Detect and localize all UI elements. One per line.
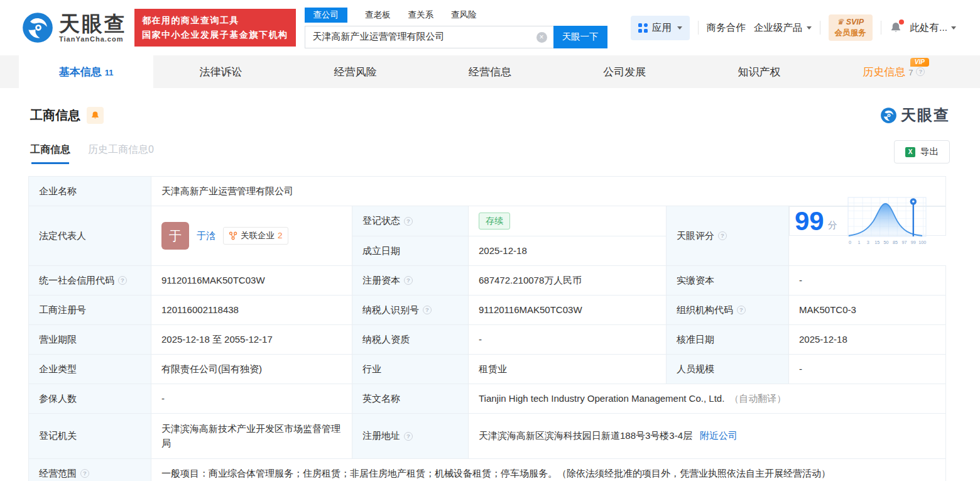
table-row: 登记机关 天津滨海高新技术产业开发区市场监督管理局 注册地址? 天津滨海高新区滨…: [29, 414, 946, 459]
apps-grid-icon: [638, 23, 648, 33]
svg-text:97: 97: [901, 240, 906, 245]
business-info-table: 企业名称 天津高新产业运营管理有限公司 法定代表人 于 于浛 关联企业 2: [28, 176, 946, 481]
divider: [698, 21, 699, 35]
svg-text:15: 15: [874, 240, 879, 245]
reg-status-label: 登记状态?: [352, 206, 469, 236]
reg-number-label: 工商注册号: [29, 296, 151, 325]
search-tab-boss[interactable]: 查老板: [365, 8, 391, 23]
network-icon: [229, 231, 237, 240]
score-unit: 分: [828, 218, 837, 233]
tab-history-info[interactable]: VIP 历史信息 7 ?: [827, 55, 961, 88]
credit-code-label: 统一社会信用代码?: [29, 266, 151, 296]
help-icon[interactable]: ?: [718, 231, 727, 240]
help-icon[interactable]: ?: [404, 276, 413, 285]
company-nav-tabs: 基本信息 11 法律诉讼 经营风险 经营信息 公司发展 知识产权 VIP 历史信…: [0, 55, 980, 88]
search-button[interactable]: 天眼一下: [553, 26, 607, 48]
search-tab-company[interactable]: 查公司: [305, 8, 348, 23]
help-icon[interactable]: ?: [404, 432, 413, 441]
paid-capital-value: -: [789, 266, 946, 296]
search-tab-risk[interactable]: 查风险: [451, 8, 477, 23]
approval-date-value: 2025-12-18: [789, 325, 946, 355]
divider: [881, 21, 881, 35]
business-cooperation-link[interactable]: 商务合作: [707, 21, 746, 35]
help-icon[interactable]: ?: [404, 217, 413, 226]
svg-text:85: 85: [893, 240, 898, 245]
taxpayer-id-label: 纳税人识别号?: [352, 296, 469, 325]
monitor-bell-icon[interactable]: [87, 107, 104, 124]
enterprise-products-link[interactable]: 企业级产品: [754, 21, 812, 35]
tab-operation-info[interactable]: 经营信息: [423, 55, 557, 88]
tab-company-development[interactable]: 公司发展: [557, 55, 692, 88]
table-row: 企业名称 天津高新产业运营管理有限公司: [29, 177, 946, 206]
help-icon[interactable]: ?: [916, 67, 925, 76]
vip-badge: VIP: [910, 58, 929, 67]
help-icon[interactable]: ?: [423, 306, 432, 314]
svg-text:50: 50: [883, 240, 888, 245]
slogan-line-1: 都在用的商业查询工具: [142, 13, 288, 28]
slogan-banner: 都在用的商业查询工具 国家中小企业发展子基金旗下机构: [134, 9, 296, 47]
search-input[interactable]: [305, 26, 553, 48]
table-row: 营业期限 2025-12-18 至 2055-12-17 纳税人资质 - 核准日…: [29, 325, 946, 355]
subtab-business-info[interactable]: 工商信息: [30, 143, 70, 164]
tab-intellectual-property[interactable]: 知识产权: [692, 55, 826, 88]
watermark-text: 天眼查: [901, 105, 950, 125]
slogan-line-2: 国家中小企业发展子基金旗下机构: [142, 28, 288, 42]
business-term-label: 营业期限: [29, 325, 151, 355]
company-name-value: 天津高新产业运营管理有限公司: [151, 177, 946, 206]
table-row: 参保人数 - 英文名称 Tianjin High tech Industry O…: [29, 384, 946, 414]
tianyancha-logo-icon: [21, 11, 54, 44]
tab-legal-proceedings[interactable]: 法律诉讼: [153, 55, 288, 88]
help-icon[interactable]: ?: [118, 276, 127, 285]
help-icon[interactable]: ?: [80, 469, 89, 478]
user-account-menu[interactable]: 此处有...: [910, 21, 956, 35]
business-scope-label: 经营范围?: [29, 459, 151, 481]
notification-red-dot: [899, 19, 904, 25]
nearby-companies-link[interactable]: 附近公司: [700, 429, 738, 443]
tianyan-score-cell: 99 分 0: [789, 206, 946, 236]
tab-basic-info[interactable]: 基本信息 11: [19, 55, 153, 88]
notification-bell-icon[interactable]: [890, 21, 902, 34]
subtab-history-business-info[interactable]: 历史工商信息0: [88, 143, 154, 164]
table-row: 法定代表人 于 于浛 关联企业 2 登记状态? 存续: [29, 206, 946, 236]
org-code-value: MAK50TC0-3: [789, 296, 946, 325]
subtab-row: 工商信息 历史工商信息0 X 导出: [0, 125, 980, 167]
svg-text:100: 100: [918, 240, 926, 245]
logo-brand-text: 天眼查: [59, 13, 127, 34]
english-name-label: 英文名称: [352, 384, 469, 414]
table-row: 统一社会信用代码? 91120116MAK50TC03W 注册资本? 68747…: [29, 266, 946, 296]
avatar[interactable]: 于: [161, 222, 189, 250]
status-badge: 存续: [479, 213, 510, 229]
clear-icon[interactable]: ×: [536, 32, 547, 43]
svg-text:3: 3: [867, 240, 869, 245]
staff-size-value: -: [789, 355, 946, 384]
tianyancha-logo[interactable]: 天眼查 TianYanCha.com: [21, 11, 127, 44]
tianyancha-watermark-icon: [880, 107, 897, 124]
business-scope-value: 一般项目：商业综合体管理服务；住房租赁；非居住房地产租赁；机械设备租赁；停车场服…: [151, 459, 946, 481]
score-value: 99: [795, 208, 824, 235]
reg-capital-value: 687472.210078万人民币: [469, 266, 667, 296]
help-icon[interactable]: ?: [737, 306, 746, 314]
user-name: 此处有...: [910, 21, 947, 35]
established-value: 2025-12-18: [469, 236, 667, 266]
section-title: 工商信息: [30, 107, 80, 124]
svg-text:1: 1: [858, 240, 860, 245]
excel-icon: X: [905, 147, 915, 157]
header-right: 应用 商务合作 企业级产品 ♛ SVIP 会员服务 此处有...: [631, 14, 956, 41]
reg-address-value: 天津滨海高新区滨海科技园日新道188号3号楼3-4层 附近公司: [469, 414, 946, 459]
apps-menu-button[interactable]: 应用: [631, 16, 690, 40]
established-label: 成立日期: [352, 236, 469, 266]
legal-rep-name-link[interactable]: 于浛: [197, 229, 215, 243]
auto-translate-note: （自动翻译）: [729, 392, 786, 406]
score-distribution-chart: 0 1 3 15 50 85 97 99 100: [845, 195, 933, 248]
top-header: 天眼查 TianYanCha.com 都在用的商业查询工具 国家中小企业发展子基…: [0, 0, 980, 55]
svip-member-button[interactable]: ♛ SVIP 会员服务: [829, 14, 873, 41]
svg-text:0: 0: [849, 240, 851, 245]
staff-size-label: 人员规模: [667, 355, 789, 384]
logo-domain-text: TianYanCha.com: [59, 35, 127, 43]
tab-operation-risk[interactable]: 经营风险: [288, 55, 423, 88]
export-button[interactable]: X 导出: [894, 140, 950, 163]
search-tabs: 查公司 查老板 查关系 查风险: [305, 8, 607, 23]
search-tab-relation[interactable]: 查关系: [408, 8, 434, 23]
related-companies-badge[interactable]: 关联企业 2: [223, 227, 288, 245]
divider: [820, 21, 820, 35]
